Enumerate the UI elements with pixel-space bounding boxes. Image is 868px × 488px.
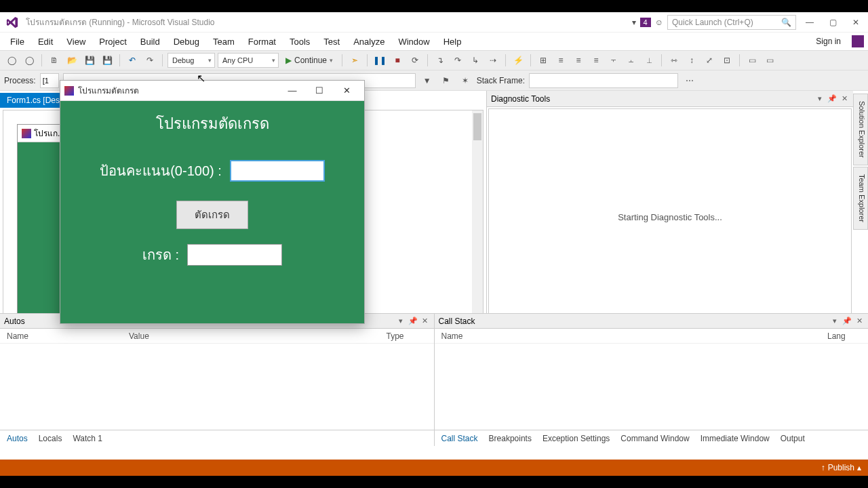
nav-fwd-icon[interactable]: ◯ (22, 53, 37, 68)
play-icon: ▶ (285, 56, 292, 65)
size-icon[interactable]: ⤢ (702, 53, 717, 68)
continue-button[interactable]: ▶ Continue ▾ (281, 53, 337, 68)
app-close-button[interactable]: ✕ (333, 81, 360, 100)
grade-output[interactable] (187, 244, 282, 266)
restore-button[interactable]: ▢ (823, 15, 842, 30)
app-minimize-button[interactable]: — (279, 81, 306, 100)
col-name[interactable]: Name (441, 331, 828, 341)
redo-icon[interactable]: ↷ (142, 53, 157, 68)
sign-in-link[interactable]: Sign in (816, 37, 845, 46)
tab-immediate[interactable]: Immediate Window (698, 432, 772, 445)
tab-autos[interactable]: Autos (4, 432, 31, 445)
col-type[interactable]: Type (387, 331, 427, 341)
align-right-icon[interactable]: ≡ (589, 53, 604, 68)
team-explorer-tab[interactable]: Team Explorer (853, 167, 868, 230)
back-icon[interactable]: ▭ (762, 53, 777, 68)
nav-back-icon[interactable]: ◯ (4, 53, 19, 68)
tab-exception[interactable]: Exception Settings (540, 432, 612, 445)
new-project-icon[interactable]: 🗎 (47, 53, 62, 68)
app-titlebar[interactable]: โปรแกรมตัดเกรด — ☐ ✕ (60, 81, 364, 101)
menu-format[interactable]: Format (242, 35, 282, 49)
step-marker-icon[interactable]: ➣ (347, 53, 362, 68)
save-all-icon[interactable]: 💾 (100, 53, 115, 68)
scrollbar-vertical[interactable] (472, 110, 483, 326)
hspace-icon[interactable]: ⇿ (667, 53, 682, 68)
tab-command[interactable]: Command Window (618, 432, 692, 445)
tab-locals[interactable]: Locals (36, 432, 65, 445)
menu-debug[interactable]: Debug (167, 35, 205, 49)
step-out-icon[interactable]: ↳ (468, 53, 483, 68)
align-left-icon[interactable]: ≡ (553, 53, 568, 68)
menu-tools[interactable]: Tools (283, 35, 316, 49)
menu-help[interactable]: Help (437, 35, 468, 49)
running-app-window[interactable]: โปรแกรมตัดเกรด — ☐ ✕ โปรแกรมตัดเกรด ป้อน… (60, 80, 365, 324)
undo-icon[interactable]: ↶ (125, 53, 140, 68)
menu-analyze[interactable]: Analyze (347, 35, 391, 49)
calculate-grade-button[interactable]: ตัดเกรด (176, 201, 248, 229)
center-icon[interactable]: ⊡ (719, 53, 734, 68)
vspace-icon[interactable]: ↕ (684, 53, 699, 68)
close-panel-icon[interactable]: ✕ (420, 317, 430, 326)
dropdown-icon[interactable]: ▾ (396, 317, 406, 326)
step-next-icon[interactable]: ⇢ (486, 53, 500, 68)
tab-form1-design[interactable]: Form1.cs [Des (0, 93, 66, 108)
menu-view[interactable]: View (60, 35, 92, 49)
step-over-icon[interactable]: ↷ (450, 53, 465, 68)
user-icon[interactable] (852, 35, 864, 47)
menu-edit[interactable]: Edit (32, 35, 59, 49)
align-top-icon[interactable]: ⫟ (606, 53, 621, 68)
process-combo[interactable]: [1 (40, 73, 59, 88)
col-name[interactable]: Name (7, 331, 129, 341)
publish-button[interactable]: Publish (828, 463, 854, 472)
callstack-pane: Call Stack ▾ 📌 ✕ Name Lang Call Stack Br… (435, 314, 869, 446)
dropdown-icon[interactable]: ▾ (815, 94, 825, 104)
quick-launch-input[interactable]: Quick Launch (Ctrl+Q) 🔍 (667, 15, 796, 30)
close-panel-icon[interactable]: ✕ (854, 317, 864, 326)
menu-test[interactable]: Test (317, 35, 346, 49)
thread-icon[interactable]: ✶ (458, 73, 473, 88)
pin-icon[interactable]: 📌 (842, 317, 852, 326)
hot-reload-icon[interactable]: ⚡ (511, 53, 526, 68)
col-lang[interactable]: Lang (827, 331, 861, 341)
app-maximize-button[interactable]: ☐ (306, 81, 333, 100)
menu-team[interactable]: Team (207, 35, 241, 49)
menu-build[interactable]: Build (134, 35, 166, 49)
stack-frame-combo[interactable] (529, 73, 678, 88)
flag-thread-icon[interactable]: ⚑ (439, 73, 454, 88)
front-icon[interactable]: ▭ (745, 53, 760, 68)
step-into-icon[interactable]: ↴ (433, 53, 448, 68)
tab-breakpoints[interactable]: Breakpoints (486, 432, 534, 445)
align-mid-icon[interactable]: ⫠ (624, 53, 639, 68)
dropdown-icon[interactable]: ▾ (830, 317, 840, 326)
solution-config-combo[interactable]: Debug (167, 53, 215, 68)
tab-watch1[interactable]: Watch 1 (70, 432, 105, 445)
open-icon[interactable]: 📂 (64, 53, 79, 68)
align-bot-icon[interactable]: ⟂ (642, 53, 656, 68)
pin-icon[interactable]: 📌 (827, 94, 837, 104)
chevron-up-icon[interactable]: ▴ (857, 463, 861, 472)
save-icon[interactable]: 💾 (82, 53, 97, 68)
feedback-icon[interactable]: ☺ (655, 18, 663, 27)
overflow-icon[interactable]: ⋯ (682, 73, 697, 88)
flag-icon[interactable]: ▾ (632, 18, 636, 27)
filter-icon[interactable]: ▼ (420, 73, 435, 88)
solution-explorer-tab[interactable]: Solution Explorer (853, 94, 868, 165)
restart-icon[interactable]: ⟳ (408, 53, 422, 68)
align-icon[interactable]: ⊞ (536, 53, 551, 68)
menu-window[interactable]: Window (392, 35, 435, 49)
tab-output[interactable]: Output (778, 432, 808, 445)
minimize-button[interactable]: — (800, 15, 819, 30)
notification-badge[interactable]: 4 (640, 18, 651, 27)
menu-file[interactable]: File (4, 35, 31, 49)
tab-callstack[interactable]: Call Stack (439, 432, 481, 445)
stop-icon[interactable]: ■ (390, 53, 405, 68)
pin-icon[interactable]: 📌 (408, 317, 418, 326)
solution-platform-combo[interactable]: Any CPU (218, 53, 279, 68)
score-input[interactable] (230, 160, 325, 182)
align-center-icon[interactable]: ≡ (571, 53, 586, 68)
col-value[interactable]: Value (129, 331, 387, 341)
close-panel-icon[interactable]: ✕ (840, 94, 849, 104)
close-button[interactable]: ✕ (846, 15, 865, 30)
menu-project[interactable]: Project (93, 35, 132, 49)
pause-icon[interactable]: ❚❚ (372, 53, 387, 68)
